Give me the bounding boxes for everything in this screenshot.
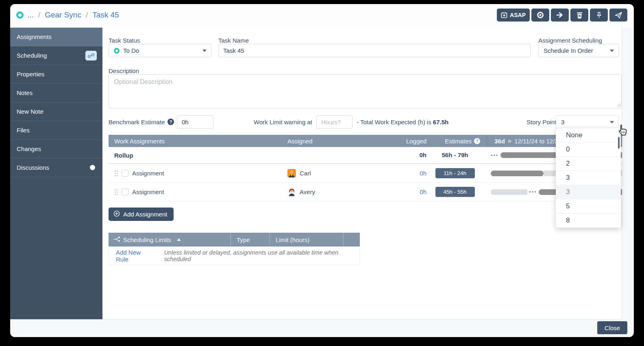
task-name-label: Task Name (218, 37, 249, 44)
assignment-checkbox[interactable] (122, 188, 128, 195)
work-assignments-table: Work Assignments Assigned Logged Estimat… (109, 135, 622, 201)
sidebar-item-scheduling[interactable]: Scheduling (10, 46, 102, 65)
story-point-option-8[interactable]: 8 (556, 214, 621, 228)
scheduling-limits-title-cell[interactable]: Scheduling Limits (109, 236, 231, 243)
record-circle-icon (537, 11, 544, 19)
sidebar-item-discussions[interactable]: Discussions (10, 158, 102, 177)
sidebar-item-properties[interactable]: Properties (10, 65, 102, 84)
dropdown-scrollbar-thumb[interactable] (618, 137, 620, 149)
avatar (287, 188, 296, 196)
task-status-label: Task Status (109, 37, 140, 44)
plus-circle-icon (113, 210, 120, 218)
work-limit-input[interactable] (316, 115, 352, 129)
assignment-label: Assignment (132, 188, 164, 195)
column-header-logged: Logged (393, 138, 426, 145)
add-new-rule-link[interactable]: Add New Rule (116, 249, 153, 263)
estimates-help-icon[interactable]: ? (474, 138, 480, 144)
sidebar-item-assignments[interactable]: Assignments (10, 28, 102, 46)
story-point-label: Story Point (527, 119, 556, 125)
add-assignment-button[interactable]: Add Assignment (109, 208, 174, 221)
drag-handle-icon[interactable] (114, 189, 118, 195)
benchmark-input[interactable] (177, 115, 213, 129)
sidebar-item-label: Scheduling (17, 52, 47, 59)
sidebar-item-label: Changes (17, 145, 41, 152)
double-chevron-icon: » (508, 137, 511, 145)
rollup-estimates: 56h - 79h (442, 151, 468, 158)
sidebar-item-changes[interactable]: Changes (10, 140, 102, 158)
dialog-footer: Close (10, 320, 634, 337)
assignment-scheduling-label: Assignment Scheduling (538, 37, 602, 44)
column-header-name: Work Assignments (109, 138, 287, 145)
record-status-button[interactable] (531, 9, 549, 22)
sidebar-item-new-note[interactable]: New Note (10, 102, 102, 121)
assignment-row: Assignment Avery 0h 45h - 55h ••• (109, 183, 622, 201)
total-work-text: - Total Work Expected (h) is 67.5h (357, 119, 448, 125)
sidebar-item-label: New Note (17, 108, 44, 115)
add-assignment-label: Add Assignment (123, 211, 167, 218)
column-header-estimates: Estimates ? (426, 138, 483, 145)
scheduling-limits-table: Scheduling Limits Type Limit (hours) Add… (109, 233, 360, 265)
story-point-option-2[interactable]: 2 (556, 157, 621, 171)
sidebar-item-label: Properties (17, 71, 44, 78)
story-point-option-none[interactable]: None (556, 128, 621, 143)
limits-hint-text: Unless limited or delayed, assignments u… (164, 249, 359, 262)
story-point-select[interactable]: 3 (556, 115, 619, 129)
benchmark-help-icon[interactable]: ? (168, 119, 174, 125)
chevron-down-icon (202, 50, 207, 52)
breadcrumb-project-link[interactable]: Gear Sync (45, 11, 81, 19)
work-limit-label: Work Limit warning at (254, 119, 312, 125)
timeline-duration: 36d (494, 138, 505, 145)
dependency-link-icon (85, 51, 97, 61)
gantt-bar-scheduled (491, 171, 544, 176)
assignment-scheduling-select[interactable]: Schedule In Order (538, 44, 619, 57)
assignment-label: Assignment (132, 170, 164, 177)
pushpin-icon (596, 12, 603, 19)
scheduling-limits-title: Scheduling Limits (123, 236, 171, 243)
sidebar-item-notes[interactable]: Notes (10, 84, 102, 102)
timeline-overflow-dots: ••• (491, 152, 499, 158)
story-point-option-0[interactable]: 0 (556, 143, 621, 157)
close-button[interactable]: Close (597, 321, 627, 334)
gantt-bar-wait (491, 189, 527, 195)
delete-button[interactable] (570, 9, 588, 22)
sidebar-item-label: Files (17, 127, 30, 134)
task-name-input[interactable] (218, 44, 531, 57)
story-point-option-3[interactable]: 3 (556, 171, 621, 185)
estimate-chip[interactable]: 11h - 24h (435, 168, 475, 178)
description-textarea[interactable] (109, 74, 622, 108)
asap-schedule-button[interactable]: ASAP (497, 9, 530, 22)
breadcrumb-separator: / (86, 11, 88, 19)
chevron-down-icon (610, 50, 614, 52)
breadcrumb: ... / Gear Sync / Task 45 (16, 11, 119, 19)
work-assignments-header: Work Assignments Assigned Logged Estimat… (109, 135, 622, 147)
timeline-overflow-dots: ••• (529, 189, 537, 195)
sidebar: Assignments Scheduling Properties Notes … (10, 28, 102, 320)
assignment-scheduling-value: Schedule In Order (544, 47, 593, 54)
logged-hours-link[interactable]: 0h (420, 188, 426, 195)
story-point-option-5[interactable]: 5 (556, 199, 621, 214)
sort-ascending-icon (177, 238, 181, 241)
drag-handle-icon[interactable] (114, 170, 118, 177)
send-button[interactable] (609, 9, 627, 22)
assignment-checkbox[interactable] (122, 170, 128, 177)
logged-hours-link[interactable]: 0h (420, 170, 426, 177)
column-divider (343, 233, 344, 247)
move-forward-button[interactable] (551, 9, 569, 22)
chevron-down-icon (610, 121, 614, 123)
story-point-option-3-selected[interactable]: 3 (556, 185, 621, 199)
story-point-dropdown-menu: None 0 2 3 3 5 8 (556, 128, 621, 228)
gantt-drag-handle[interactable] (533, 176, 544, 176)
estimate-chip[interactable]: 45h - 55h (435, 187, 475, 197)
trash-x-icon (576, 12, 583, 19)
breadcrumb-ellipsis[interactable]: ... (27, 11, 34, 19)
pin-button[interactable] (590, 9, 608, 22)
avatar (287, 169, 296, 177)
task-status-select[interactable]: To Do (109, 44, 211, 57)
unread-dot-badge (90, 165, 95, 170)
scheduling-limits-header: Scheduling Limits Type Limit (hours) (109, 233, 360, 247)
column-header-assigned: Assigned (287, 138, 393, 145)
breadcrumb-task-link[interactable]: Task 45 (92, 11, 119, 19)
benchmark-row: Benchmark Estimate ? Work Limit warning … (109, 115, 622, 129)
screenshot-frame: ... / Gear Sync / Task 45 ASAP (0, 0, 644, 346)
sidebar-item-files[interactable]: Files (10, 121, 102, 140)
